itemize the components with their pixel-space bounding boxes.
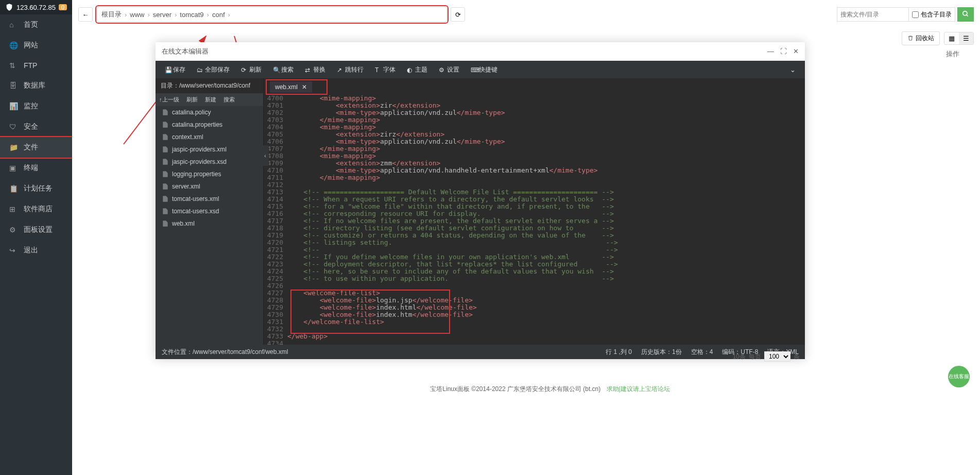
breadcrumb-item[interactable]: conf [212,11,225,19]
code-line[interactable]: 4711 </mime-mapping> [264,174,805,181]
nav-calendar[interactable]: 📋计划任务 [0,178,72,199]
nav-apps[interactable]: ⊞软件商店 [0,199,72,219]
view-grid[interactable]: ▦ [944,32,959,44]
tree-btn-1[interactable]: 刷新 [183,93,201,106]
back-button[interactable]: ← [78,7,93,22]
code-line[interactable]: 4714 <!-- When a request URI refers to a… [264,196,805,203]
menu-search[interactable]: 🔍搜索 [268,63,299,76]
maximize-button[interactable]: ⛶ [780,47,787,55]
status-space[interactable]: 空格：4 [691,348,713,357]
code-line[interactable]: 4713 <!-- ==================== Default W… [264,189,805,196]
code-line[interactable]: 4707 </mime-mapping> [264,145,805,152]
code-line[interactable]: 4700 <mime-mapping> [264,95,805,102]
nav-folder[interactable]: 📁文件 [0,137,72,158]
nav-shield[interactable]: 🛡安全 [0,116,72,137]
menu-saveall[interactable]: 🗂全部保存 [192,63,235,76]
status-pos[interactable]: 行 1 ,列 0 [606,348,632,357]
nav-exit[interactable]: ↪退出 [0,240,72,261]
tree-file[interactable]: catalina.properties [156,118,263,131]
code-line[interactable]: 4719 <!-- customize) or returns a 404 st… [264,232,805,239]
code-line[interactable]: 4718 <!-- directory listing (see default… [264,225,805,232]
code-line[interactable]: 4722 <!-- If you define welcome files in… [264,253,805,261]
tree-file[interactable]: jaspic-providers.xml [156,143,263,156]
tab-webxml[interactable]: web.xml ✕ [270,81,312,93]
status-history[interactable]: 历史版本：1份 [641,348,682,357]
tree-file[interactable]: web.xml [156,217,263,230]
nav-ftp[interactable]: ⇅FTP [0,56,72,75]
view-list[interactable]: ☰ [959,32,973,44]
tree-collapse-handle[interactable]: ‹ [262,145,269,166]
tree-file[interactable]: tomcat-users.xsd [156,205,263,217]
footer-link[interactable]: 求助|建议请上宝塔论坛 [607,385,670,393]
code-line[interactable]: 4709 <extension>zmm</extension> [264,160,805,167]
tree-btn-3[interactable]: 搜索 [220,93,238,106]
code-line[interactable]: 4731 </welcome-file-list> [264,318,805,326]
tree-file[interactable]: jaspic-providers.xsd [156,156,263,168]
menu-theme[interactable]: ◐主题 [402,63,433,76]
code-line[interactable]: 4704 <mime-mapping> [264,124,805,131]
menubar-expand[interactable]: ⌄ [785,64,801,76]
menu-replace[interactable]: ⇄替换 [300,63,331,76]
code-line[interactable]: 4705 <extension>zirz</extension> [264,131,805,138]
menu-goto[interactable]: ↗跳转行 [332,63,369,76]
code-line[interactable]: 4732 [264,326,805,333]
nav-globe[interactable]: 🌐网站 [0,35,72,56]
menu-shortcut[interactable]: ⌨快捷键 [466,63,503,76]
code-line[interactable]: 4730 <welcome-file>index.htm</welcome-fi… [264,311,805,318]
refresh-button[interactable]: ⟳ [451,7,465,22]
code-line[interactable]: 4703 </mime-mapping> [264,116,805,124]
code-line[interactable]: 4721 <!-- --> [264,246,805,253]
breadcrumb-item[interactable]: www [130,11,144,19]
code-line[interactable]: 4727 <welcome-file-list> [264,290,805,297]
tree-file[interactable]: context.xml [156,131,263,143]
close-button[interactable]: ✕ [793,47,799,55]
code-line[interactable]: 4720 <!-- listings setting. --> [264,239,805,246]
code-line[interactable]: 4701 <extension>zir</extension> [264,102,805,109]
code-line[interactable]: 4708 <mime-mapping> [264,152,805,160]
pager-select[interactable]: 100 [764,351,790,362]
nav-db[interactable]: 🗄数据库 [0,75,72,96]
nav-terminal[interactable]: ▣终端 [0,158,72,178]
menu-font[interactable]: T字体 [370,63,401,76]
code-line[interactable]: 4728 <welcome-file>login.jsp</welcome-fi… [264,297,805,304]
code-line[interactable]: 4725 <!-- to use within your application… [264,275,805,282]
tree-btn-0[interactable]: ↑上一级 [156,93,183,106]
code-line[interactable]: 4724 <!-- here, so be sure to include an… [264,268,805,275]
tree-file[interactable]: catalina.policy [156,106,263,118]
code-line[interactable]: 4717 <!-- If no welcome files are presen… [264,217,805,225]
code-line[interactable]: 4702 <mime-type>application/vnd.zul</mim… [264,109,805,116]
code-line[interactable]: 4706 <mime-type>application/vnd.zul</mim… [264,138,805,145]
code-line[interactable]: 4723 <!-- deployment descriptor, that li… [264,261,805,268]
tree-btn-2[interactable]: 新建 [201,93,220,106]
search-button[interactable] [957,7,974,22]
code-line[interactable]: 4712 [264,181,805,189]
tree-file[interactable]: logging.properties [156,168,263,180]
tree-file[interactable]: server.xml [156,180,263,193]
nav-monitor[interactable]: 📊监控 [0,96,72,116]
menu-settings[interactable]: ⚙设置 [434,63,465,76]
search-subdir-checkbox[interactable]: 包含子目录 [909,7,955,22]
code-line[interactable]: 4710 <mime-type>application/vnd.handheld… [264,167,805,174]
breadcrumb-item[interactable]: server [153,11,171,19]
breadcrumb-item[interactable]: 根目录 [101,10,122,19]
nav-gear[interactable]: ⚙面板设置 [0,219,72,240]
code-editor[interactable]: 4700 <mime-mapping>4701 <extension>zir</… [264,95,805,345]
tree-file[interactable]: tomcat-users.xml [156,193,263,205]
nav-home[interactable]: ⌂首页 [0,14,72,35]
notify-badge[interactable]: 0 [59,4,67,10]
menu-refresh[interactable]: ⟳刷新 [236,63,267,76]
tab-close-icon[interactable]: ✕ [302,83,307,91]
code-line[interactable]: 4733</web-app> [264,333,805,340]
minimize-button[interactable]: — [767,47,774,55]
code-line[interactable]: 4726 [264,282,805,290]
view-toggle[interactable]: ▦ ☰ [944,32,974,45]
breadcrumb[interactable]: 根目录›www›server›tomcat9›conf› [97,7,447,22]
code-line[interactable]: 4716 <!-- corresponding resource URI for… [264,210,805,217]
code-line[interactable]: 4729 <welcome-file>index.html</welcome-f… [264,304,805,311]
code-line[interactable]: 4715 <!-- for a "welcome file" within th… [264,203,805,210]
breadcrumb-item[interactable]: tomcat9 [180,11,203,19]
live-chat-button[interactable]: 在线客服 [948,366,970,387]
code-line[interactable]: 4734 [264,340,805,345]
menu-save[interactable]: 💾保存 [160,63,191,76]
recycle-bin-button[interactable]: 回收站 [902,31,940,45]
